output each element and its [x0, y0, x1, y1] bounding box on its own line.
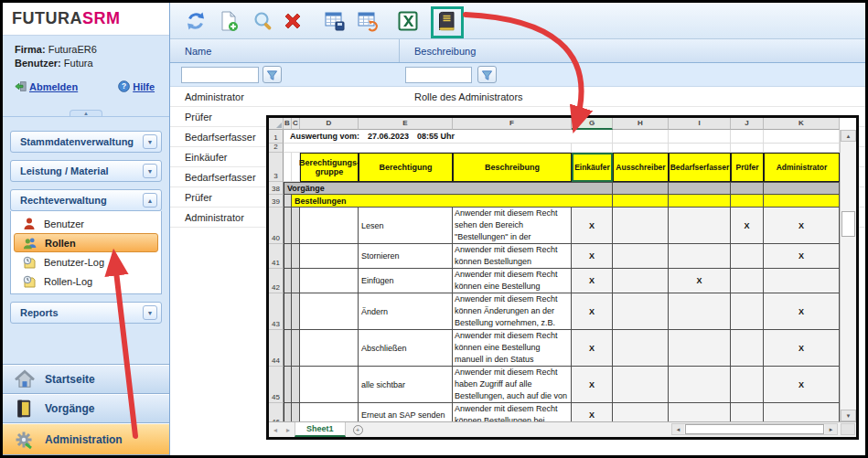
sidebar-item-benutzer-log[interactable]: Benutzer-Log [14, 252, 158, 272]
mark-cell[interactable]: X [764, 330, 840, 367]
add-sheet-button[interactable]: + [353, 425, 363, 435]
sheet-cell[interactable] [284, 293, 292, 330]
sheet-header-cell[interactable]: Einkäufer [572, 153, 613, 182]
beschreibung-cell[interactable]: Anwender mit diesem Recht sehen den Bere… [453, 208, 572, 244]
mark-cell[interactable] [731, 330, 764, 367]
sidebar-item-benutzer[interactable]: Benutzer [14, 214, 158, 233]
row-number[interactable]: 40 [269, 208, 284, 244]
column-letter-K[interactable]: K [764, 118, 840, 130]
mark-cell[interactable]: X [764, 367, 840, 403]
scroll-down-icon[interactable]: ▼ [841, 410, 856, 421]
row-number[interactable]: 41 [269, 244, 284, 269]
column-letter-D[interactable]: D [300, 118, 359, 130]
sheet-cell[interactable] [300, 330, 359, 367]
scroll-right-icon[interactable]: ▸ [825, 424, 837, 434]
mark-cell[interactable] [669, 293, 731, 330]
sheet-tab[interactable]: Sheet1 [295, 422, 346, 437]
beschreibung-cell[interactable]: Anwender mit diesem Recht können Bestell… [453, 403, 572, 421]
sidebar-item-rollen-log[interactable]: Rollen-Log [14, 272, 158, 291]
column-letter-J[interactable]: J [731, 118, 764, 130]
mark-cell[interactable]: X [572, 330, 613, 367]
sheet-cell[interactable] [613, 144, 669, 153]
sheet-cell[interactable] [284, 244, 292, 269]
column-header-beschreibung[interactable]: Beschreibung [414, 39, 476, 62]
grid-export-button[interactable] [355, 8, 380, 34]
row-number[interactable]: 43 [269, 293, 284, 330]
beschreibung-cell[interactable]: Anwender mit diesem Recht können Änderun… [453, 293, 572, 330]
mark-cell[interactable]: X [572, 403, 613, 421]
sheet-header-cell[interactable]: Bedarfserfasser [669, 153, 731, 182]
mark-cell[interactable] [613, 293, 669, 330]
mark-cell[interactable] [731, 269, 764, 293]
nav-panel-reports[interactable]: Reports▼ [10, 302, 162, 324]
mark-cell[interactable]: X [572, 293, 613, 330]
berechtigung-cell[interactable]: Einfügen [359, 269, 453, 293]
sheet-cell[interactable] [300, 367, 359, 403]
sheet-cell[interactable] [300, 208, 359, 244]
chevron-down-icon[interactable]: ▼ [143, 134, 157, 149]
nav-panel-leistung-material[interactable]: Leistung / Material▼ [10, 160, 162, 182]
mark-cell[interactable] [613, 403, 669, 421]
mark-cell[interactable] [764, 269, 840, 293]
name-filter-input[interactable] [181, 67, 259, 83]
scroll-left-icon[interactable]: ◂ [672, 424, 684, 434]
report-book-button[interactable] [434, 8, 459, 34]
sheet-cell[interactable] [300, 269, 359, 293]
sheet-header-cell[interactable]: Berechtigung [359, 153, 453, 182]
sheet-cell[interactable] [284, 330, 292, 367]
sheet-cell[interactable] [572, 144, 613, 153]
sheet-nav-right-icon[interactable]: ▸ [282, 426, 295, 434]
sheet-header-cell[interactable]: Berechtigungs- gruppe [300, 153, 359, 182]
sheet-cell[interactable] [764, 130, 840, 144]
mark-cell[interactable]: X [572, 244, 613, 269]
column-letter-I[interactable]: I [669, 118, 731, 130]
mark-cell[interactable] [669, 367, 731, 403]
select-all-corner[interactable] [269, 118, 284, 130]
sheet-cell[interactable] [284, 403, 292, 421]
beschreibung-cell[interactable]: Anwender mit diesem Recht können eine Be… [453, 269, 572, 293]
chevron-down-icon[interactable]: ▼ [143, 164, 157, 178]
grid-save-button[interactable] [322, 8, 348, 34]
sheet-cell[interactable] [669, 130, 731, 144]
table-row[interactable]: AdministratorRolle des Administrators [170, 87, 865, 107]
row-number[interactable]: 38 [269, 182, 284, 195]
column-letter-B[interactable]: B [284, 118, 292, 130]
refresh-button[interactable] [183, 8, 209, 34]
beschreibung-cell[interactable]: Anwender mit diesem Recht können eine Be… [453, 330, 572, 367]
sheet-cell[interactable] [292, 244, 300, 269]
column-letter-G[interactable]: G [572, 118, 613, 130]
sheet-cell[interactable] [731, 130, 764, 144]
berechtigung-cell[interactable]: Erneut an SAP senden [359, 403, 453, 421]
sheet-cell[interactable] [292, 293, 300, 330]
chevron-down-icon[interactable]: ▼ [143, 305, 157, 320]
sheet-nav-left-icon[interactable]: ◂ [269, 426, 282, 434]
sheet-cell[interactable] [669, 195, 731, 208]
mark-cell[interactable]: X [572, 208, 613, 244]
sheet-header-cell[interactable]: Ausschreiber [613, 153, 669, 182]
berechtigung-cell[interactable]: Ändern [359, 293, 453, 330]
help-link[interactable]: ? Hilfe [118, 80, 155, 92]
mark-cell[interactable]: X [669, 269, 731, 293]
row-number[interactable]: 44 [269, 330, 284, 367]
row-number[interactable]: 39 [269, 195, 284, 208]
sheet-cell[interactable] [572, 195, 613, 208]
nav-panel-rechteverwaltung[interactable]: Rechteverwaltung▲ [10, 189, 162, 211]
search-button[interactable] [251, 8, 276, 34]
new-record-button[interactable] [216, 8, 241, 34]
berechtigung-cell[interactable]: Stornieren [359, 244, 453, 269]
sheet-cell[interactable] [764, 195, 840, 208]
column-letter-C[interactable]: C [292, 118, 300, 130]
name-filter-button[interactable] [263, 66, 282, 83]
sheet-cell[interactable] [292, 330, 300, 367]
excel-export-button[interactable] [395, 8, 421, 34]
berechtigung-cell[interactable]: alle sichtbar [359, 367, 453, 403]
beschreibung-filter-input[interactable] [405, 67, 472, 83]
sheet-cell[interactable] [731, 195, 764, 208]
sheet-cell[interactable] [284, 367, 292, 403]
mark-cell[interactable]: X [764, 293, 840, 330]
sheet-cell[interactable] [731, 144, 764, 153]
report-title-cell[interactable]: Auswertung vom:27.06.202308:55 Uhr [284, 130, 572, 144]
chevron-up-icon[interactable]: ▲ [143, 193, 157, 208]
module-nav-startseite[interactable]: Startseite [3, 365, 169, 394]
sheet-header-cell[interactable]: Beschreibung [453, 153, 572, 182]
